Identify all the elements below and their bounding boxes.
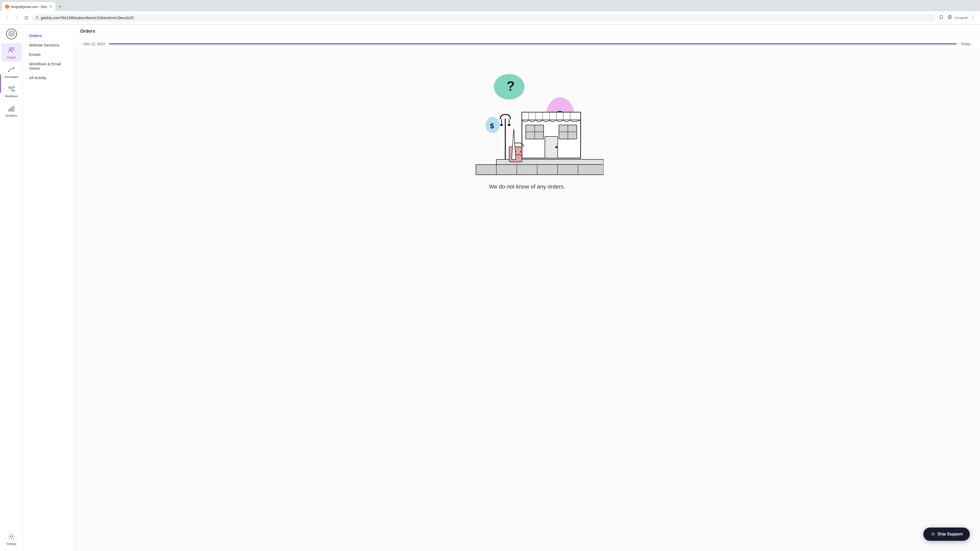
settings-icon — [7, 532, 16, 541]
svg-point-16 — [9, 48, 10, 48]
svg-text:D: D — [6, 6, 8, 8]
sidebar-item-label-settings: Settings — [6, 542, 17, 545]
sub-nav-emails[interactable]: Emails — [23, 50, 74, 59]
svg-rect-23 — [11, 108, 12, 111]
profile-button[interactable] — [946, 13, 954, 22]
url-text: getdrip.com/7641396/subscribers/x31t6xtu… — [41, 16, 932, 20]
svg-rect-22 — [9, 109, 10, 111]
back-button[interactable] — [3, 14, 11, 22]
sub-nav-orders[interactable]: Orders — [23, 31, 74, 40]
svg-point-10 — [10, 33, 11, 33]
forward-button[interactable] — [13, 14, 21, 22]
sidebar-logo[interactable] — [5, 28, 18, 40]
svg-point-4 — [949, 16, 951, 17]
svg-point-36 — [508, 124, 511, 126]
main-content: Orders ‹ Dec 12, 2023 Today › ? — [74, 25, 980, 551]
address-bar[interactable]: getdrip.com/7641396/subscribers/x31t6xtu… — [32, 14, 935, 21]
sidebar-item-label-workflows: Workflows — [5, 95, 18, 98]
tab-title: bingo@gmail.com - Drip — [11, 5, 47, 9]
new-tab-button[interactable]: + — [56, 3, 64, 11]
content-area: ? ? $ — [74, 50, 980, 551]
app: People Campaigns — [0, 25, 980, 551]
svg-rect-54 — [476, 165, 604, 175]
svg-point-13 — [13, 34, 14, 36]
sidebar: People Campaigns — [0, 25, 23, 551]
sidebar-bottom: Settings — [1, 530, 22, 548]
workflows-icon — [7, 84, 16, 94]
date-end: Today — [961, 42, 970, 46]
svg-text:$: $ — [490, 122, 494, 130]
svg-text:?: ? — [507, 79, 515, 94]
svg-point-8 — [6, 29, 17, 39]
svg-point-12 — [9, 34, 10, 36]
date-slider[interactable] — [109, 43, 956, 44]
svg-point-34 — [500, 124, 503, 126]
sub-nav: Orders Website Sessions Emails Workflows… — [23, 25, 74, 551]
active-tab[interactable]: D bingo@gmail.com - Drip × — [2, 2, 56, 11]
tab-favicon: D — [5, 5, 9, 9]
reload-button[interactable] — [22, 14, 30, 22]
page-title: Orders — [80, 29, 95, 34]
sidebar-item-workflows[interactable]: Workflows — [1, 82, 22, 100]
sidebar-item-people[interactable]: People — [1, 43, 22, 62]
empty-state: ? ? $ — [438, 60, 616, 190]
date-start: Dec 12, 2023 — [84, 42, 105, 46]
svg-text:?: ? — [932, 533, 934, 536]
main-header: Orders — [74, 25, 980, 38]
nav-actions: Incognito — [937, 13, 977, 22]
date-bar: ‹ Dec 12, 2023 Today › — [74, 38, 980, 50]
tab-bar: D bingo@gmail.com - Drip × + — [0, 0, 980, 11]
svg-point-25 — [11, 536, 13, 538]
menu-button[interactable] — [969, 13, 977, 22]
svg-rect-20 — [13, 86, 14, 88]
incognito-label: Incognito — [955, 16, 968, 20]
svg-rect-19 — [8, 87, 11, 88]
sub-nav-workflows-email-series[interactable]: Workflows & Email Series — [23, 59, 74, 73]
illustration: ? ? $ — [450, 60, 604, 177]
svg-point-52 — [555, 146, 557, 148]
svg-rect-24 — [13, 106, 14, 111]
svg-point-6 — [973, 17, 974, 17]
sub-nav-website-sessions[interactable]: Website Sessions — [23, 40, 74, 50]
nav-bar: getdrip.com/7641396/subscribers/x31t6xtu… — [0, 11, 980, 24]
svg-point-11 — [12, 33, 13, 33]
campaigns-icon — [7, 65, 16, 74]
date-prev-arrow[interactable]: ‹ — [80, 41, 84, 46]
svg-point-5 — [973, 16, 974, 16]
sidebar-item-analytics[interactable]: Analytics — [1, 101, 22, 120]
active-indicator — [0, 75, 1, 93]
svg-point-62 — [520, 151, 522, 152]
sidebar-item-label-campaigns: Campaigns — [4, 75, 19, 78]
analytics-icon — [7, 104, 16, 113]
sidebar-item-settings[interactable]: Settings — [1, 530, 22, 548]
empty-state-message: We do not know of any orders. — [489, 183, 565, 190]
svg-point-7 — [973, 18, 974, 19]
sidebar-item-label-people: People — [7, 56, 16, 59]
bookmark-button[interactable] — [937, 13, 945, 22]
sidebar-item-label-analytics: Analytics — [6, 114, 17, 117]
svg-point-18 — [8, 71, 9, 72]
date-next-arrow[interactable]: › — [970, 41, 974, 46]
svg-point-17 — [12, 47, 13, 48]
browser-chrome: D bingo@gmail.com - Drip × + getdrip.com… — [0, 0, 980, 25]
drip-support-label: Drip Support — [938, 532, 963, 537]
lock-icon — [35, 16, 39, 20]
svg-rect-21 — [13, 90, 14, 91]
svg-rect-2 — [36, 17, 38, 19]
sidebar-item-campaigns[interactable]: Campaigns — [1, 62, 22, 81]
tab-close-button[interactable]: × — [49, 4, 52, 9]
sub-nav-all-activity[interactable]: All Activity — [23, 73, 74, 83]
drip-support-button[interactable]: ? Drip Support — [923, 527, 970, 541]
people-icon — [7, 46, 16, 55]
